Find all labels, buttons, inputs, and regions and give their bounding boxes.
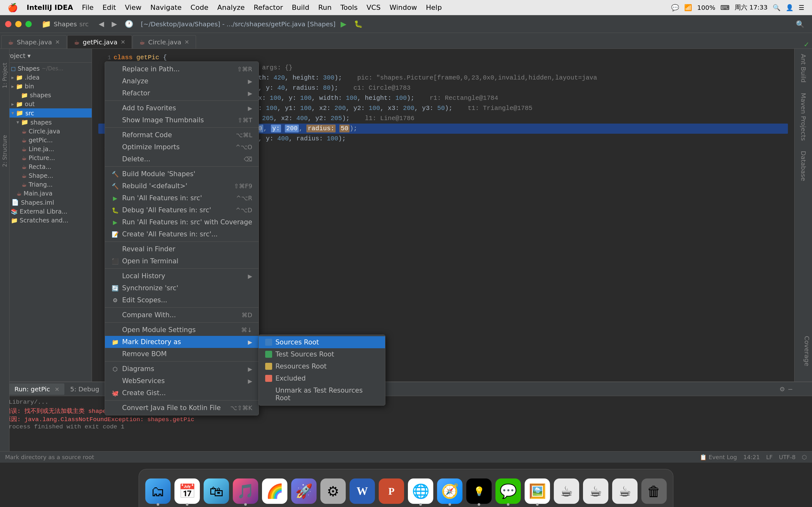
fixed-event-log[interactable]: 📋 Event Log xyxy=(700,454,737,460)
traffic-light-red[interactable] xyxy=(5,21,11,27)
dock-calendar[interactable]: 📅 xyxy=(174,478,200,504)
menu-intellij[interactable]: IntelliJ IDEA xyxy=(27,3,73,11)
menu-build[interactable]: Build xyxy=(292,3,309,11)
src-label[interactable]: src xyxy=(79,20,89,28)
apple-menu[interactable]: 🍎 xyxy=(8,3,18,12)
cm-optimize-imports[interactable]: Optimize Imports ^⌥O xyxy=(105,141,258,153)
dock-rocket[interactable]: 🚀 xyxy=(291,478,316,504)
recent-files-btn[interactable]: 🕐 xyxy=(122,19,136,29)
menu-run[interactable]: Run xyxy=(318,3,332,11)
cm-local-history[interactable]: Local History ▶ xyxy=(105,270,258,282)
tree-item-bin[interactable]: ▸ 📁 bin xyxy=(0,82,92,91)
cm-edit-scopes[interactable]: ⚙ Edit Scopes... xyxy=(105,294,258,306)
cm-debug-all[interactable]: 🐛 Debug 'All Features in: src' ^⌥D xyxy=(105,204,258,216)
fixed-lf[interactable]: LF xyxy=(766,454,772,460)
tab-shape[interactable]: ☕ Shape.java ✕ xyxy=(1,35,67,49)
dock-photos[interactable]: 🌈 xyxy=(262,478,287,504)
tab-run-close[interactable]: ✕ xyxy=(55,386,59,393)
tree-item-line[interactable]: ☕ Line.ja... xyxy=(0,145,92,153)
tree-item-picture[interactable]: ☕ Picture... xyxy=(0,153,92,162)
cm-remove-bom[interactable]: Remove BOM xyxy=(105,348,258,360)
menu-window[interactable]: Window xyxy=(390,3,417,11)
dock-intellij[interactable]: 💡 xyxy=(466,478,492,504)
tree-item-src-shapes[interactable]: ▾ 📁 shapes xyxy=(0,118,92,127)
menu-refactor[interactable]: Refactor xyxy=(254,3,283,11)
tree-item-ext-lib[interactable]: ▸ 📚 External Libra... xyxy=(0,207,92,216)
project-label[interactable]: Shapes xyxy=(54,20,77,28)
tree-item-idea[interactable]: ▸ 📁 .idea xyxy=(0,73,92,82)
tree-item-shapes-module[interactable]: ▾ ◻ Shapes ~/Des... xyxy=(0,64,92,73)
settings-gear-icon[interactable]: ⚙ xyxy=(779,385,785,393)
dock-sysprefs[interactable]: ⚙️ xyxy=(320,478,346,504)
dock-java2[interactable]: ☕ xyxy=(583,478,608,504)
submenu-test-sources-root[interactable]: Test Sources Root xyxy=(259,348,385,360)
nav-forward-btn[interactable]: ▶ xyxy=(109,19,119,29)
cm-build-module[interactable]: 🔨 Build Module 'Shapes' xyxy=(105,168,258,180)
dock-appstore[interactable]: 🛍 xyxy=(204,478,229,504)
dock-word[interactable]: W xyxy=(350,478,375,504)
cm-reformat[interactable]: Reformat Code ⌥⌘L xyxy=(105,129,258,141)
menu-navigate[interactable]: Navigate xyxy=(150,3,182,11)
tree-item-scratches[interactable]: ▸ 📁 Scratches and... xyxy=(0,216,92,225)
tab-circle-close[interactable]: ✕ xyxy=(185,39,189,45)
menu-code[interactable]: Code xyxy=(191,3,208,11)
menu-tools[interactable]: Tools xyxy=(340,3,357,11)
run-btn[interactable]: ▶ xyxy=(338,18,349,30)
tab-run-getpic[interactable]: Run: getPic ✕ xyxy=(9,383,64,395)
tree-item-iml[interactable]: 📄 Shapes.iml xyxy=(0,198,92,207)
coverage-label[interactable]: Coverage xyxy=(802,333,812,369)
left-strip-1-project[interactable]: 1: Project xyxy=(0,61,9,89)
submenu-unmark[interactable]: Unmark as Test Resources Root xyxy=(259,384,385,404)
tree-item-triangle[interactable]: ☕ Triang... xyxy=(0,180,92,189)
cm-reveal[interactable]: Reveal in Finder xyxy=(105,243,258,255)
tree-item-src[interactable]: ▾ 📁 src xyxy=(0,108,92,118)
dock-java3[interactable]: ☕ xyxy=(612,478,638,504)
traffic-light-yellow[interactable] xyxy=(15,21,21,27)
cm-webservices[interactable]: WebServices ▶ xyxy=(105,375,258,387)
minimize-icon[interactable]: − xyxy=(788,385,793,393)
dock-java1[interactable]: ☕ xyxy=(554,478,579,504)
tab-getpic[interactable]: ☕ getPic.java ✕ xyxy=(67,35,132,49)
tree-item-rectangle[interactable]: ☕ Recta... xyxy=(0,162,92,171)
menu-extra-icon[interactable]: ☰ xyxy=(799,4,804,11)
cm-create-gist[interactable]: 🐙 Create Gist... xyxy=(105,387,258,399)
tree-item-getpic[interactable]: ☕ getPic... xyxy=(0,135,92,145)
database-label[interactable]: Database xyxy=(798,148,809,183)
cm-diagrams[interactable]: ⬡ Diagrams ▶ xyxy=(105,363,258,375)
submenu-excluded[interactable]: Excluded xyxy=(259,372,385,384)
search-icon[interactable]: 🔍 xyxy=(773,4,780,11)
tree-item-out[interactable]: ▸ 📁 out xyxy=(0,100,92,108)
traffic-light-green[interactable] xyxy=(26,21,32,27)
cm-module-settings[interactable]: Open Module Settings ⌘↓ xyxy=(105,324,258,336)
dock-trash[interactable]: 🗑 xyxy=(641,478,667,504)
submenu-resources-root[interactable]: Resources Root xyxy=(259,360,385,372)
tab-getpic-close[interactable]: ✕ xyxy=(120,39,125,45)
cm-show-thumbnails[interactable]: Show Image Thumbnails ⇧⌘T xyxy=(105,114,258,126)
fixed-encoding[interactable]: UTF-8 xyxy=(779,454,796,460)
ant-build-label[interactable]: Ant Build xyxy=(798,51,809,85)
cm-terminal[interactable]: ⬛ Open in Terminal xyxy=(105,255,258,267)
cm-delete[interactable]: Delete... ⌫ xyxy=(105,153,258,165)
tab-debug[interactable]: 5: Debug xyxy=(65,383,104,395)
menu-edit[interactable]: Edit xyxy=(102,3,116,11)
menu-vcs[interactable]: VCS xyxy=(367,3,380,11)
left-strip-2-structure[interactable]: 2: Structure xyxy=(0,134,9,168)
fixed-indent[interactable]: ⬡ xyxy=(802,454,807,460)
cm-convert-kotlin[interactable]: Convert Java File to Kotlin File ⌥⇧⌘K xyxy=(105,402,258,414)
toolbar-search[interactable]: 🔍 xyxy=(793,19,807,30)
cm-refactor[interactable]: Refactor ▶ xyxy=(105,87,258,99)
maven-projects-label[interactable]: Maven Projects xyxy=(798,90,809,144)
nav-back-btn[interactable]: ◀ xyxy=(96,19,107,29)
menu-file[interactable]: File xyxy=(82,3,94,11)
menu-help[interactable]: Help xyxy=(426,3,442,11)
menu-analyze[interactable]: Analyze xyxy=(217,3,245,11)
tab-shape-close[interactable]: ✕ xyxy=(55,39,60,45)
cm-create-all[interactable]: 📝 Create 'All Features in: src'... xyxy=(105,228,258,240)
tree-item-shapes[interactable]: ☕ Shape... xyxy=(0,171,92,180)
cm-mark-directory[interactable]: 📁 Mark Directory as ▶ Sources Root Test … xyxy=(105,336,258,348)
dock-safari[interactable]: 🧭 xyxy=(437,478,462,504)
cm-synchronize[interactable]: 🔄 Synchronize 'src' xyxy=(105,282,258,294)
tab-circle[interactable]: ☕ Circle.java ✕ xyxy=(133,35,196,49)
cm-rebuild[interactable]: 🔨 Rebuild '<default>' ⇧⌘F9 xyxy=(105,180,258,192)
menu-view[interactable]: View xyxy=(125,3,142,11)
